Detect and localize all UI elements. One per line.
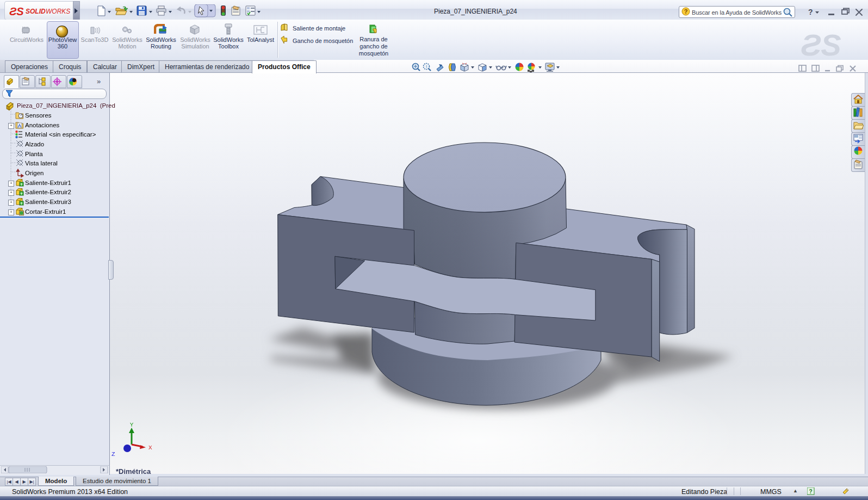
svg-text:?: ? [809, 489, 812, 495]
svg-text:Z: Z [111, 451, 115, 458]
svg-text:*Dimétrica: *Dimétrica [116, 467, 151, 474]
svg-text:ƧS: ƧS [801, 28, 841, 59]
svg-text:ƧS: ƧS [9, 5, 24, 17]
svg-text:X: X [148, 445, 152, 451]
svg-text:WORKS: WORKS [46, 8, 70, 15]
svg-text:SOLID: SOLID [26, 8, 46, 15]
svg-text:Y: Y [130, 422, 134, 428]
svg-text:?: ? [684, 8, 688, 15]
svg-text:!: ! [426, 64, 427, 69]
svg-text:?: ? [808, 8, 813, 16]
svg-text:A: A [18, 123, 22, 128]
